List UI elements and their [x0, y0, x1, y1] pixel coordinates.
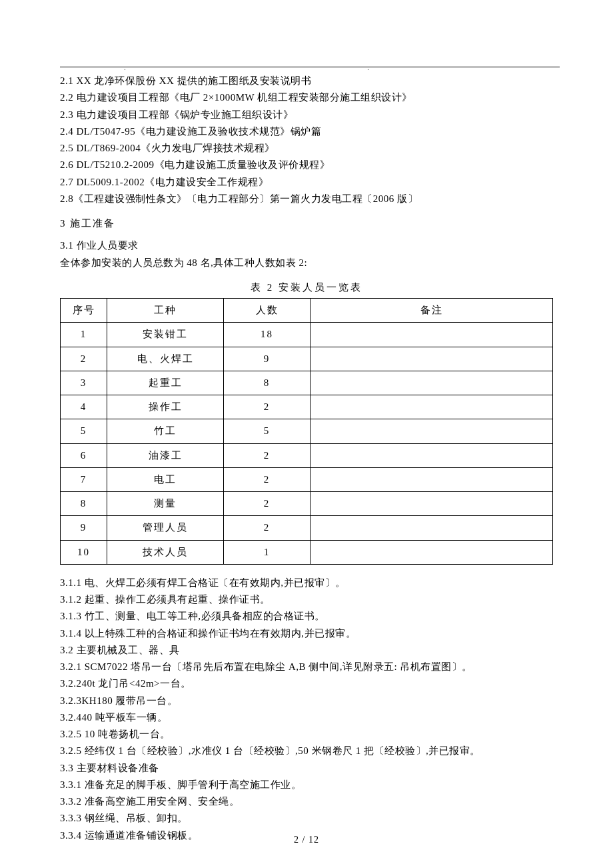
body-line: 3.1.3 竹工、测量、电工等工种,必须具备相应的合格证书。 — [60, 609, 553, 624]
body-line: 3.3.3 钢丝绳、吊板、卸扣。 — [60, 811, 553, 826]
body-line: 3.3.1 准备充足的脚手板、脚手管利于高空施工作业。 — [60, 777, 553, 793]
td-type: 竹工 — [107, 419, 224, 443]
table-row: 2电、火焊工9 — [61, 347, 553, 371]
td-remark — [310, 516, 553, 540]
body-line: 3.1.1 电、火焊工必须有焊工合格证〔在有效期内,并已报审〕。 — [60, 575, 553, 591]
ref-line: 2.7 DL5009.1-2002《电力建设安全工作规程》 — [60, 175, 553, 190]
section-heading: 3 施工准备 — [60, 216, 553, 231]
body-line: 3.2.240t 龙门吊<42m>一台。 — [60, 676, 553, 691]
table-row: 3起重工8 — [61, 371, 553, 395]
td-seq: 1 — [61, 323, 107, 347]
td-type: 操作工 — [107, 395, 224, 419]
th-count: 人数 — [224, 299, 310, 323]
ref-line: 2.8《工程建设强制性条文》〔电力工程部分〕第一篇火力发电工程〔2006 版〕 — [60, 191, 553, 207]
th-type: 工种 — [107, 299, 224, 323]
th-seq: 序号 — [61, 299, 107, 323]
header-rule — [60, 67, 560, 67]
body-line: 3.3 主要材料设备准备 — [60, 761, 553, 776]
td-count: 9 — [224, 347, 310, 371]
td-seq: 3 — [61, 371, 107, 395]
td-seq: 7 — [61, 467, 107, 491]
table-row: 4操作工2 — [61, 395, 553, 419]
td-remark — [310, 540, 553, 564]
td-seq: 5 — [61, 419, 107, 443]
body-line: 3.2.1 SCM7022 塔吊一台〔塔吊先后布置在电除尘 A,B 侧中间,详见… — [60, 659, 553, 675]
table-caption: 表 2 安装人员一览表 — [60, 280, 553, 295]
td-remark — [310, 467, 553, 491]
ref-line: 2.3 电力建设项目工程部《锅炉专业施工组织设计》 — [60, 107, 553, 123]
page-number: 2 / 12 — [0, 833, 613, 847]
td-remark — [310, 443, 553, 467]
td-remark — [310, 371, 553, 395]
td-type: 油漆工 — [107, 443, 224, 467]
td-count: 2 — [224, 516, 310, 540]
table-row: 10技术人员1 — [61, 540, 553, 564]
table-row: 7电工2 — [61, 467, 553, 491]
td-count: 2 — [224, 443, 310, 467]
td-count: 5 — [224, 419, 310, 443]
table-header-row: 序号 工种 人数 备注 — [61, 299, 553, 323]
body-line: 3.1.2 起重、操作工必须具有起重、操作证书。 — [60, 592, 553, 607]
body-line: 全体参加安装的人员总数为 48 名,具体工种人数如表 2: — [60, 255, 553, 271]
td-count: 2 — [224, 395, 310, 419]
body-line: 3.2.440 吨平板车一辆。 — [60, 710, 553, 725]
body-line: 3.2 主要机械及工、器、具 — [60, 643, 553, 658]
ref-line: 2.4 DL/T5047-95《电力建设施工及验收技术规范》锅炉篇 — [60, 124, 553, 139]
td-remark — [310, 347, 553, 371]
table-row: 6油漆工2 — [61, 443, 553, 467]
td-seq: 4 — [61, 395, 107, 419]
body-line: 3.3.2 准备高空施工用安全网、安全绳。 — [60, 794, 553, 809]
td-seq: 2 — [61, 347, 107, 371]
body-line: 3.2.3KH180 履带吊一台。 — [60, 693, 553, 709]
td-seq: 8 — [61, 492, 107, 516]
td-seq: 10 — [61, 540, 107, 564]
td-remark — [310, 419, 553, 443]
table-row: 9管理人员2 — [61, 516, 553, 540]
td-count: 2 — [224, 467, 310, 491]
td-type: 电、火焊工 — [107, 347, 224, 371]
td-type: 起重工 — [107, 371, 224, 395]
td-seq: 9 — [61, 516, 107, 540]
th-remark: 备注 — [310, 299, 553, 323]
td-count: 2 — [224, 492, 310, 516]
ref-line: 2.6 DL/T5210.2-2009《电力建设施工质量验收及评价规程》 — [60, 157, 553, 173]
table-row: 1安装钳工18 — [61, 323, 553, 347]
td-type: 技术人员 — [107, 540, 224, 564]
body-line: 3.1.4 以上特殊工种的合格证和操作证书均在有效期内,并已报审。 — [60, 626, 553, 641]
ref-line: 2.2 电力建设项目工程部《电厂 2×1000MW 机组工程安装部分施工组织设计… — [60, 90, 553, 105]
ref-line: 2.5 DL/T869-2004《火力发电厂焊接技术规程》 — [60, 141, 553, 156]
td-seq: 6 — [61, 443, 107, 467]
td-count: 18 — [224, 323, 310, 347]
table-row: 8测量2 — [61, 492, 553, 516]
td-type: 安装钳工 — [107, 323, 224, 347]
td-count: 8 — [224, 371, 310, 395]
td-type: 测量 — [107, 492, 224, 516]
td-type: 管理人员 — [107, 516, 224, 540]
personnel-table: 序号 工种 人数 备注 1安装钳工182电、火焊工93起重工84操作工25竹工5… — [60, 298, 553, 565]
page-content: 2.1 XX 龙净环保股份 XX 提供的施工图纸及安装说明书 2.2 电力建设项… — [60, 73, 553, 843]
td-count: 1 — [224, 540, 310, 564]
body-line: 3.1 作业人员要求 — [60, 238, 553, 253]
td-remark — [310, 323, 553, 347]
td-remark — [310, 395, 553, 419]
table-row: 5竹工5 — [61, 419, 553, 443]
td-remark — [310, 492, 553, 516]
header-dots: . . — [0, 63, 613, 73]
body-line: 3.2.5 10 吨卷扬机一台。 — [60, 727, 553, 742]
td-type: 电工 — [107, 467, 224, 491]
body-line: 3.2.5 经纬仪 1 台〔经校验〕,水准仪 1 台〔经校验〕,50 米钢卷尺 … — [60, 743, 553, 759]
ref-line: 2.1 XX 龙净环保股份 XX 提供的施工图纸及安装说明书 — [60, 73, 553, 89]
